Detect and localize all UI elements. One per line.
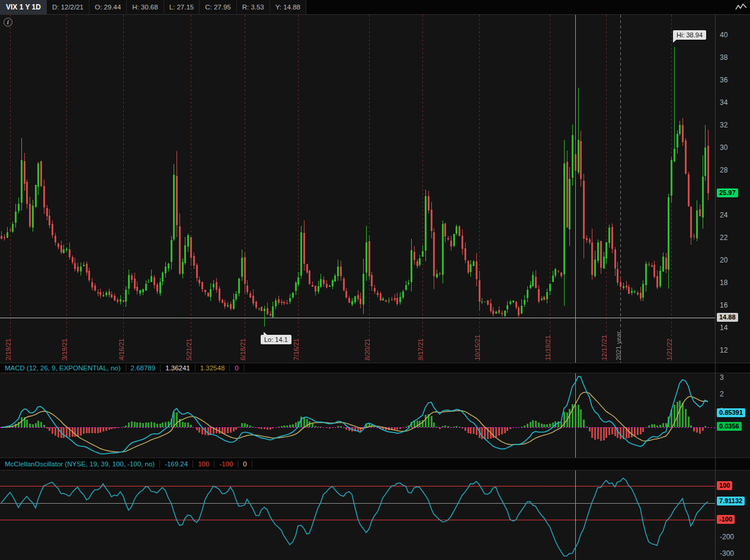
ohlc-readout: D: 12/2/21O: 29.44H: 30.68L: 27.15C: 27.… — [47, 0, 306, 14]
price-tick: 12 — [720, 346, 727, 354]
price-tick: 36 — [720, 76, 727, 84]
readout-c: C: 27.95 — [200, 0, 236, 14]
price-tick: 34 — [720, 98, 727, 107]
mcclellan-canvas[interactable] — [0, 471, 715, 560]
macd-study-title[interactable]: MACD (12, 26, 9, EXPONENTIAL, no) — [0, 364, 126, 372]
macd-value-2: 1.32548 — [195, 364, 230, 372]
macd-canvas[interactable] — [0, 373, 715, 457]
macd-study-values: 2.687891.362411.325480 — [126, 364, 244, 372]
macd-tick: 3 — [720, 373, 724, 382]
candlestick-canvas[interactable] — [0, 15, 715, 363]
year-low-badge: 14.88 — [717, 313, 738, 322]
price-tick: 38 — [720, 53, 727, 62]
price-tick: 14 — [720, 324, 727, 332]
mcclellan-value-2: -100 — [214, 460, 238, 468]
mcclellan-study-values: -169.24100-1000 — [160, 460, 252, 468]
info-icon[interactable]: i — [4, 18, 12, 27]
low-annotation: Lo: 14.1 — [261, 335, 291, 344]
readout-h: H: 30.68 — [127, 0, 164, 14]
mcclellan-study-header[interactable]: McClellanOscillator (NYSE, 19, 39, 100, … — [0, 457, 750, 471]
trading-platform-window: VIX 1 Y 1D D: 12/2/21O: 29.44H: 30.68L: … — [0, 0, 750, 560]
last-price-badge: 25.97 — [717, 188, 738, 197]
chart-line-icon[interactable] — [732, 0, 750, 14]
oversold-line-badge: -100 — [717, 515, 735, 524]
macd-value-1: 1.36241 — [161, 364, 195, 372]
price-tick: 28 — [720, 166, 727, 174]
readout-o: O: 29.44 — [89, 0, 127, 14]
value-axis-column: 40383634323028262422201816141225.9714.88… — [715, 15, 750, 560]
macd-panel — [0, 373, 715, 457]
price-tick: 32 — [720, 121, 727, 129]
readout-r: R: 3.53 — [237, 0, 270, 14]
mcclellan-value-0: -169.24 — [160, 460, 193, 468]
macd-study-header[interactable]: MACD (12, 26, 9, EXPONENTIAL, no) 2.6878… — [0, 363, 750, 373]
price-tick: 20 — [720, 256, 727, 264]
mcclellan-value-1: 100 — [193, 460, 214, 468]
mcclellan-value-3: 0 — [238, 460, 252, 468]
readout-d: D: 12/2/21 — [47, 0, 89, 14]
readout-l: L: 27.15 — [164, 0, 200, 14]
macd-value-3: 0 — [230, 364, 243, 372]
mcclellan-study-title[interactable]: McClellanOscillator (NYSE, 19, 39, 100, … — [0, 460, 160, 468]
mcclellan-value-badge: 7.91132 — [717, 497, 745, 505]
macd-diff-badge: 0.0356 — [717, 422, 742, 431]
price-chart-panel: i Hi: 38.94 Lo: 14.1 2/19/213/19/214/16/… — [0, 15, 715, 363]
mcclellan-panel — [0, 471, 715, 560]
macd-tick: 2 — [720, 390, 724, 398]
price-tick: 22 — [720, 233, 727, 242]
price-tick: 16 — [720, 301, 727, 309]
symbol-timeframe-label[interactable]: VIX 1 Y 1D — [0, 0, 47, 14]
header-spacer — [306, 0, 732, 14]
mcclellan-tick: -200 — [720, 533, 734, 541]
readout-y: Y: 14.88 — [270, 0, 306, 14]
price-tick: 18 — [720, 279, 727, 287]
high-annotation: Hi: 38.94 — [673, 30, 706, 40]
price-tick: 40 — [720, 31, 727, 39]
info-glyph: i — [7, 19, 9, 25]
chart-header-bar: VIX 1 Y 1D D: 12/2/21O: 29.44H: 30.68L: … — [0, 0, 750, 15]
overbought-line-badge: 100 — [717, 481, 732, 490]
zigzag-glyph — [735, 3, 747, 11]
mcclellan-tick: -300 — [720, 549, 734, 558]
price-tick: 30 — [720, 143, 727, 152]
macd-value-0: 2.68789 — [126, 364, 161, 372]
price-tick: 24 — [720, 211, 727, 219]
macd-value-badge: 0.85391 — [717, 408, 745, 417]
